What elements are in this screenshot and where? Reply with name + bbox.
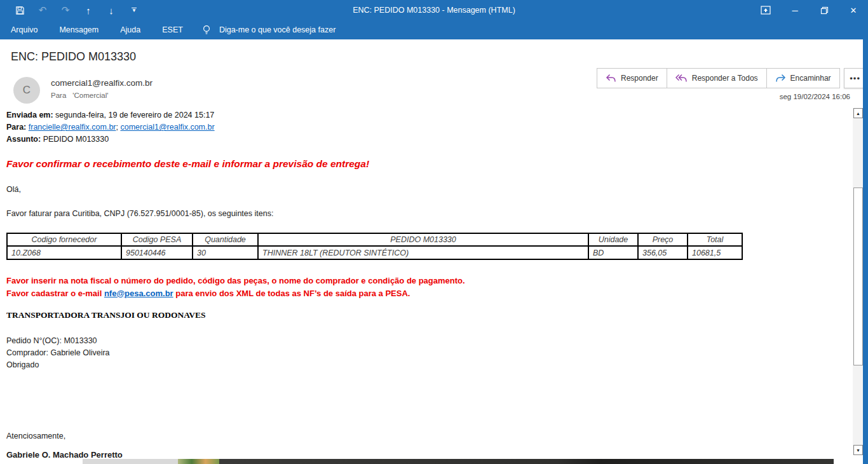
reply-button[interactable]: Responder (597, 68, 667, 88)
scrollbar-down-icon[interactable]: ▼ (853, 445, 863, 455)
confirm-receipt-alert: Favor confirmar o recebimento deste e-ma… (6, 158, 369, 170)
note-email-registration: Favor cadastrar o e-mail nfe@pesa.com.br… (6, 287, 465, 300)
recipient-line: Para'Comercial' (51, 92, 108, 99)
reply-all-icon (675, 74, 688, 83)
tell-me-box[interactable]: Diga-me o que você deseja fazer (194, 24, 336, 36)
outlook-message-window: ↶ ↷ ↑ ↓ ▼ ENC: PEDIDO M013330 - Mensagem… (0, 0, 868, 464)
message-subject: ENC: PEDIDO M013330 (11, 50, 136, 64)
window-controls: ─ ✕ (751, 0, 868, 20)
scrollbar-up-icon[interactable]: ▲ (853, 108, 863, 118)
redo-icon[interactable]: ↷ (55, 1, 76, 19)
meta-sent-line: Enviada em: segunda-feira, 19 de feverei… (6, 109, 215, 121)
message-actions: Responder Responder a Todos Encaminhar •… (597, 68, 867, 88)
table-row: 10.Z068 950140446 30 THINNER 18LT (REDUT… (7, 246, 742, 259)
undo-icon[interactable]: ↶ (32, 1, 53, 19)
to-label: Para (51, 92, 66, 99)
tab-ajuda[interactable]: Ajuda (109, 20, 151, 39)
billing-instruction: Favor faturar para Curitiba, CNPJ (76.52… (6, 209, 273, 218)
customize-qat-icon[interactable]: ▼ (123, 1, 145, 19)
message-date: seg 19/02/2024 16:06 (780, 93, 850, 100)
invoice-notes: Favor inserir na nota fiscal o número do… (6, 275, 465, 299)
sent-value: segunda-feira, 19 de fevereiro de 2024 1… (53, 111, 215, 119)
forward-button[interactable]: Encaminhar (766, 68, 840, 88)
signature-image (83, 459, 834, 464)
reply-all-label: Responder a Todos (692, 74, 758, 83)
table-header-row: Codigo fornecedor Codigo PESA Quantidade… (7, 233, 742, 246)
forward-icon (775, 74, 786, 83)
cell-descricao: THINNER 18LT (REDUTOR SINTÉTICO) (258, 246, 588, 259)
note2-suffix: para envio dos XML de todas as NF’s de s… (173, 289, 410, 298)
col-codigo-fornecedor: Codigo fornecedor (7, 233, 121, 246)
sender-avatar[interactable]: C (13, 77, 40, 104)
nfe-email-link[interactable]: nfe@pesa.com.br (104, 289, 173, 298)
meta-to-label: Para: (6, 123, 26, 132)
meta-to-line: Para: francielle@realfix.com.br; comerci… (6, 121, 215, 133)
cell-quantidade: 30 (193, 246, 258, 259)
cell-preco: 356,05 (638, 246, 688, 259)
ribbon-tabs: Arquivo Mensagem Ajuda ESET Diga-me o qu… (0, 20, 868, 39)
forward-label: Encaminhar (790, 74, 831, 83)
reply-icon (606, 74, 616, 83)
scrollbar-thumb[interactable] (853, 188, 863, 365)
reply-label: Responder (621, 74, 658, 83)
buyer-line: Comprador: Gabriele Oliveira (6, 347, 110, 359)
save-icon[interactable] (9, 1, 31, 19)
subject-value: PEDIDO M013330 (41, 135, 109, 144)
move-down-icon[interactable]: ↓ (100, 1, 122, 19)
close-button[interactable]: ✕ (839, 0, 868, 20)
signature-image-dark-fragment (219, 459, 834, 464)
quick-access-toolbar: ↶ ↷ ↑ ↓ ▼ (0, 1, 145, 19)
col-preco: Preço (638, 233, 688, 246)
lightbulb-icon (201, 24, 212, 36)
order-number-line: Pedido N°(OC): M013330 (6, 335, 110, 347)
tell-me-label: Diga-me o que você deseja fazer (219, 25, 336, 34)
to-email-link-1[interactable]: francielle@realfix.com.br (29, 123, 116, 132)
cell-codigo-fornecedor: 10.Z068 (7, 246, 121, 259)
note-invoice-details: Favor inserir na nota fiscal o número do… (6, 275, 465, 287)
sender-email[interactable]: comercial1@realfix.com.br (51, 78, 153, 88)
order-items-table: Codigo fornecedor Codigo PESA Quantidade… (6, 233, 743, 260)
order-summary-block: Pedido N°(OC): M013330 Comprador: Gabrie… (6, 335, 110, 371)
minimize-button[interactable]: ─ (780, 0, 810, 20)
col-codigo-pesa: Codigo PESA (121, 233, 193, 246)
signature-name: Gabriele O. Machado Perretto (6, 450, 123, 460)
thanks-line: Obrigado (6, 359, 110, 371)
forward-meta: Enviada em: segunda-feira, 19 de feverei… (6, 109, 215, 146)
greeting-text: Olá, (6, 185, 21, 194)
col-pedido: PEDIDO M013330 (258, 233, 588, 246)
note2-prefix: Favor cadastrar o e-mail (6, 289, 104, 298)
restore-button[interactable] (810, 0, 839, 20)
cell-codigo-pesa: 950140446 (121, 246, 193, 259)
cell-unidade: BD (588, 246, 638, 259)
col-unidade: Unidade (588, 233, 638, 246)
col-total: Total (688, 233, 742, 246)
tab-arquivo[interactable]: Arquivo (0, 20, 48, 39)
ribbon-display-options-icon[interactable] (751, 0, 780, 20)
move-up-icon[interactable]: ↑ (78, 1, 99, 19)
carrier-line: TRANSPORTADORA TRANSJOI OU RODONAVES (6, 310, 205, 320)
meta-subject-line: Assunto: PEDIDO M013330 (6, 133, 215, 146)
signature-image-color-fragment (178, 459, 219, 464)
to-value[interactable]: 'Comercial' (72, 92, 108, 99)
sent-label: Enviada em: (6, 111, 53, 119)
titlebar: ↶ ↷ ↑ ↓ ▼ ENC: PEDIDO M013330 - Mensagem… (0, 0, 868, 20)
to-email-link-2[interactable]: comercial1@realfix.com.br (120, 123, 214, 132)
reply-all-button[interactable]: Responder a Todos (667, 68, 767, 88)
subject-label: Assunto: (6, 135, 41, 144)
window-right-edge (863, 39, 868, 464)
closing-line: Atenciosamente, (6, 432, 65, 440)
cell-total: 10681,5 (688, 246, 742, 259)
col-quantidade: Quantidade (193, 233, 258, 246)
tab-mensagem[interactable]: Mensagem (48, 20, 109, 39)
tab-eset[interactable]: ESET (151, 20, 194, 39)
